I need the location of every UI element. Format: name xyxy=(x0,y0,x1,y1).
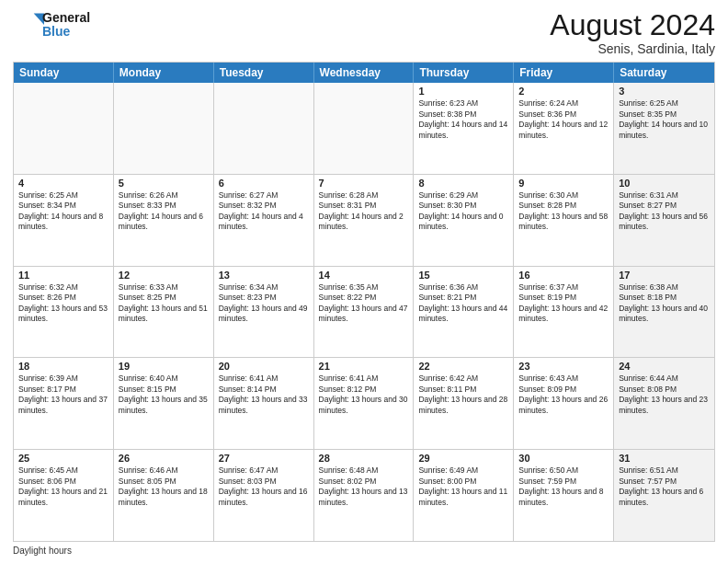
cal-day-6: 6Sunrise: 6:27 AM Sunset: 8:32 PM Daylig… xyxy=(214,175,314,266)
calendar-header-row: SundayMondayTuesdayWednesdayThursdayFrid… xyxy=(14,63,714,83)
cal-day-5: 5Sunrise: 6:26 AM Sunset: 8:33 PM Daylig… xyxy=(114,175,214,266)
calendar-body: 1Sunrise: 6:23 AM Sunset: 8:38 PM Daylig… xyxy=(14,83,714,541)
subtitle: Senis, Sardinia, Italy xyxy=(550,41,715,56)
title-block: August 2024 Senis, Sardinia, Italy xyxy=(550,9,715,56)
day-info: Sunrise: 6:46 AM Sunset: 8:05 PM Dayligh… xyxy=(119,465,209,508)
day-number: 2 xyxy=(518,86,609,97)
day-number: 22 xyxy=(418,361,508,372)
cal-day-28: 28Sunrise: 6:48 AM Sunset: 8:02 PM Dayli… xyxy=(314,450,415,541)
cal-week-5: 25Sunrise: 6:45 AM Sunset: 8:06 PM Dayli… xyxy=(14,450,714,541)
day-info: Sunrise: 6:41 AM Sunset: 8:12 PM Dayligh… xyxy=(319,373,409,416)
cal-day-12: 12Sunrise: 6:33 AM Sunset: 8:25 PM Dayli… xyxy=(114,267,214,358)
day-info: Sunrise: 6:32 AM Sunset: 8:26 PM Dayligh… xyxy=(18,282,108,325)
cal-day-25: 25Sunrise: 6:45 AM Sunset: 8:06 PM Dayli… xyxy=(14,450,114,541)
logo: GeneralBlue xyxy=(13,9,90,40)
cal-day-30: 30Sunrise: 6:50 AM Sunset: 7:59 PM Dayli… xyxy=(514,450,614,541)
day-number: 8 xyxy=(418,178,508,189)
day-info: Sunrise: 6:49 AM Sunset: 8:00 PM Dayligh… xyxy=(418,465,508,508)
day-number: 27 xyxy=(219,453,309,464)
day-number: 9 xyxy=(518,178,609,189)
day-info: Sunrise: 6:50 AM Sunset: 7:59 PM Dayligh… xyxy=(518,465,609,508)
day-number: 30 xyxy=(518,453,609,464)
day-number: 1 xyxy=(418,86,508,97)
cal-week-2: 4Sunrise: 6:25 AM Sunset: 8:34 PM Daylig… xyxy=(14,175,714,267)
day-info: Sunrise: 6:36 AM Sunset: 8:21 PM Dayligh… xyxy=(418,282,508,325)
day-info: Sunrise: 6:38 AM Sunset: 8:18 PM Dayligh… xyxy=(619,282,710,325)
page: GeneralBlue August 2024 Senis, Sardinia,… xyxy=(0,0,728,563)
day-info: Sunrise: 6:45 AM Sunset: 8:06 PM Dayligh… xyxy=(18,465,108,508)
day-number: 19 xyxy=(119,361,209,372)
header: GeneralBlue August 2024 Senis, Sardinia,… xyxy=(13,9,715,56)
day-info: Sunrise: 6:25 AM Sunset: 8:35 PM Dayligh… xyxy=(619,98,710,141)
day-number: 11 xyxy=(18,270,108,281)
day-info: Sunrise: 6:23 AM Sunset: 8:38 PM Dayligh… xyxy=(418,98,508,141)
footer-note: Daylight hours xyxy=(13,546,715,556)
cal-header-friday: Friday xyxy=(514,63,614,83)
cal-day-31: 31Sunrise: 6:51 AM Sunset: 7:57 PM Dayli… xyxy=(614,450,714,541)
main-title: August 2024 xyxy=(550,9,715,41)
cal-day-11: 11Sunrise: 6:32 AM Sunset: 8:26 PM Dayli… xyxy=(14,267,114,358)
cal-week-1: 1Sunrise: 6:23 AM Sunset: 8:38 PM Daylig… xyxy=(14,83,714,175)
cal-header-monday: Monday xyxy=(114,63,214,83)
cal-header-tuesday: Tuesday xyxy=(214,63,314,83)
day-info: Sunrise: 6:41 AM Sunset: 8:14 PM Dayligh… xyxy=(219,373,309,416)
cal-day-16: 16Sunrise: 6:37 AM Sunset: 8:19 PM Dayli… xyxy=(514,267,614,358)
day-info: Sunrise: 6:27 AM Sunset: 8:32 PM Dayligh… xyxy=(219,190,309,233)
day-info: Sunrise: 6:28 AM Sunset: 8:31 PM Dayligh… xyxy=(319,190,409,233)
day-info: Sunrise: 6:29 AM Sunset: 8:30 PM Dayligh… xyxy=(418,190,508,233)
day-number: 13 xyxy=(219,270,309,281)
cal-day-17: 17Sunrise: 6:38 AM Sunset: 8:18 PM Dayli… xyxy=(614,267,714,358)
cal-day-19: 19Sunrise: 6:40 AM Sunset: 8:15 PM Dayli… xyxy=(114,358,214,449)
logo-blue: Blue xyxy=(42,25,90,39)
day-info: Sunrise: 6:43 AM Sunset: 8:09 PM Dayligh… xyxy=(518,373,609,416)
day-number: 28 xyxy=(319,453,409,464)
cal-day-20: 20Sunrise: 6:41 AM Sunset: 8:14 PM Dayli… xyxy=(214,358,314,449)
cal-header-saturday: Saturday xyxy=(614,63,714,83)
day-number: 3 xyxy=(619,86,710,97)
cal-day-21: 21Sunrise: 6:41 AM Sunset: 8:12 PM Dayli… xyxy=(314,358,415,449)
day-number: 26 xyxy=(119,453,209,464)
cal-day-26: 26Sunrise: 6:46 AM Sunset: 8:05 PM Dayli… xyxy=(114,450,214,541)
cal-day-empty xyxy=(214,83,314,174)
calendar: SundayMondayTuesdayWednesdayThursdayFrid… xyxy=(13,62,715,542)
day-number: 21 xyxy=(319,361,409,372)
day-number: 31 xyxy=(619,453,710,464)
cal-header-thursday: Thursday xyxy=(414,63,514,83)
day-info: Sunrise: 6:33 AM Sunset: 8:25 PM Dayligh… xyxy=(119,282,209,325)
day-number: 29 xyxy=(418,453,508,464)
cal-day-29: 29Sunrise: 6:49 AM Sunset: 8:00 PM Dayli… xyxy=(414,450,514,541)
cal-header-wednesday: Wednesday xyxy=(314,63,415,83)
cal-day-1: 1Sunrise: 6:23 AM Sunset: 8:38 PM Daylig… xyxy=(414,83,514,174)
day-info: Sunrise: 6:42 AM Sunset: 8:11 PM Dayligh… xyxy=(418,373,508,416)
day-number: 10 xyxy=(619,178,710,189)
cal-day-2: 2Sunrise: 6:24 AM Sunset: 8:36 PM Daylig… xyxy=(514,83,614,174)
cal-day-14: 14Sunrise: 6:35 AM Sunset: 8:22 PM Dayli… xyxy=(314,267,415,358)
day-number: 15 xyxy=(418,270,508,281)
day-info: Sunrise: 6:26 AM Sunset: 8:33 PM Dayligh… xyxy=(119,190,209,233)
day-number: 25 xyxy=(18,453,108,464)
day-info: Sunrise: 6:48 AM Sunset: 8:02 PM Dayligh… xyxy=(319,465,409,508)
day-info: Sunrise: 6:44 AM Sunset: 8:08 PM Dayligh… xyxy=(619,373,710,416)
cal-day-4: 4Sunrise: 6:25 AM Sunset: 8:34 PM Daylig… xyxy=(14,175,114,266)
cal-day-3: 3Sunrise: 6:25 AM Sunset: 8:35 PM Daylig… xyxy=(614,83,714,174)
cal-week-4: 18Sunrise: 6:39 AM Sunset: 8:17 PM Dayli… xyxy=(14,358,714,450)
day-info: Sunrise: 6:34 AM Sunset: 8:23 PM Dayligh… xyxy=(219,282,309,325)
cal-day-empty xyxy=(114,83,214,174)
cal-day-27: 27Sunrise: 6:47 AM Sunset: 8:03 PM Dayli… xyxy=(214,450,314,541)
day-info: Sunrise: 6:47 AM Sunset: 8:03 PM Dayligh… xyxy=(219,465,309,508)
day-number: 4 xyxy=(18,178,108,189)
logo-general: General xyxy=(42,11,90,25)
day-number: 5 xyxy=(119,178,209,189)
day-number: 6 xyxy=(219,178,309,189)
day-info: Sunrise: 6:30 AM Sunset: 8:28 PM Dayligh… xyxy=(518,190,609,233)
day-number: 12 xyxy=(119,270,209,281)
day-info: Sunrise: 6:25 AM Sunset: 8:34 PM Dayligh… xyxy=(18,190,108,233)
day-info: Sunrise: 6:31 AM Sunset: 8:27 PM Dayligh… xyxy=(619,190,710,233)
cal-day-empty xyxy=(14,83,114,174)
day-number: 7 xyxy=(319,178,409,189)
day-info: Sunrise: 6:39 AM Sunset: 8:17 PM Dayligh… xyxy=(18,373,108,416)
cal-day-18: 18Sunrise: 6:39 AM Sunset: 8:17 PM Dayli… xyxy=(14,358,114,449)
cal-header-sunday: Sunday xyxy=(14,63,114,83)
cal-day-10: 10Sunrise: 6:31 AM Sunset: 8:27 PM Dayli… xyxy=(614,175,714,266)
cal-day-9: 9Sunrise: 6:30 AM Sunset: 8:28 PM Daylig… xyxy=(514,175,614,266)
